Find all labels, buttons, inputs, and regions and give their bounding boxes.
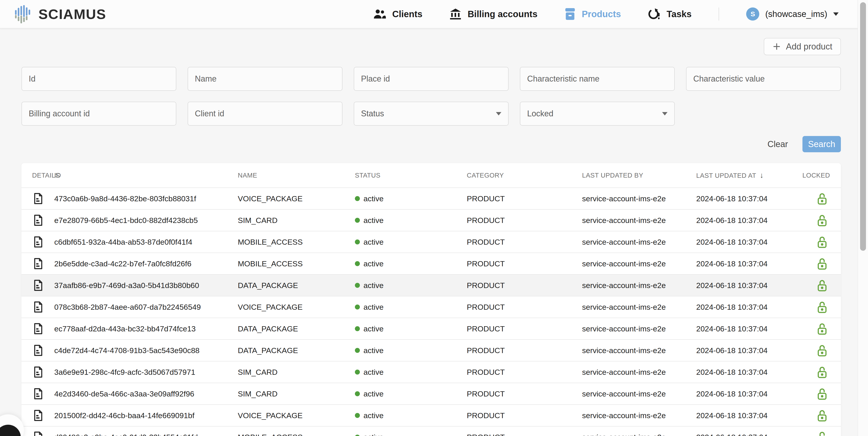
details-document-icon[interactable]: [33, 236, 42, 247]
cell-name: SIM_CARD: [238, 368, 355, 377]
details-document-icon[interactable]: [33, 301, 42, 313]
details-document-icon[interactable]: [33, 432, 42, 436]
cell-last-updated-at: 2024-06-18 10:37:04: [696, 368, 785, 377]
column-header-category: CATEGORY: [467, 172, 582, 179]
filter-locked-select[interactable]: Locked: [520, 102, 675, 126]
cell-category: PRODUCT: [467, 238, 582, 246]
cell-category: PRODUCT: [467, 390, 582, 398]
nav-item-products[interactable]: Products: [565, 8, 621, 20]
status-active-dot-icon: [355, 261, 360, 266]
details-document-icon[interactable]: [33, 366, 42, 378]
cell-name: VOICE_PACKAGE: [238, 194, 355, 203]
cell-name: VOICE_PACKAGE: [238, 411, 355, 420]
status-label: active: [364, 390, 383, 398]
cell-name: MOBILE_ACCESS: [238, 259, 355, 268]
nav-item-billing-accounts[interactable]: Billing accounts: [450, 8, 537, 20]
table-row[interactable]: c4de72d4-4c74-4708-91b3-5ac543e90c88 DAT…: [22, 339, 841, 361]
table-row[interactable]: 4e2d3460-de5a-466c-a3aa-3e09aff92f96 SIM…: [22, 383, 841, 404]
nav-label: Clients: [392, 9, 422, 19]
status-label: active: [364, 303, 383, 311]
lock-open-icon: [817, 236, 827, 248]
cell-id: d00486c3-a9ba-4ac0-91d9-33b4554c61fd: [54, 433, 238, 436]
search-button[interactable]: Search: [802, 136, 841, 152]
nav-item-tasks[interactable]: Tasks: [648, 8, 691, 20]
status-active-dot-icon: [355, 370, 360, 374]
table-body: 473c0a6b-9a8d-4436-82be-803fcb88031f VOI…: [22, 188, 841, 436]
details-document-icon[interactable]: [33, 410, 42, 421]
filter-billing-account-id-input[interactable]: [22, 102, 176, 126]
table-row[interactable]: 3a6e9e91-298c-4fc9-acfc-3d5067d57971 SIM…: [22, 361, 841, 383]
column-header-name: NAME: [238, 172, 355, 179]
select-label: Locked: [527, 109, 553, 119]
filter-characteristic-value-input[interactable]: [686, 67, 841, 91]
table-row[interactable]: ec778aaf-d2da-443a-bc32-bb47d74fce13 DAT…: [22, 317, 841, 339]
cell-category: PRODUCT: [467, 281, 582, 290]
lock-open-icon: [817, 322, 827, 335]
status-badge: active: [355, 216, 467, 225]
main-content: Add product StatusLocked Clear Search DE…: [22, 29, 841, 436]
cell-id: c4de72d4-4c74-4708-91b3-5ac543e90c88: [54, 346, 238, 355]
table-row[interactable]: 078c3b68-2b87-4aee-a607-da7b22456549 VOI…: [22, 296, 841, 317]
status-badge: active: [355, 346, 467, 355]
filter-characteristic-name-input[interactable]: [520, 67, 675, 91]
status-badge: active: [355, 259, 467, 268]
status-badge: active: [355, 325, 467, 333]
table-row[interactable]: 201500f2-dd42-46cb-baa4-14fe669091bf VOI…: [22, 404, 841, 426]
filter-place-id-input[interactable]: [354, 67, 508, 91]
details-document-icon[interactable]: [33, 193, 42, 204]
details-document-icon[interactable]: [33, 258, 42, 269]
table-row[interactable]: c6dbf651-932a-44ba-ab53-87de0f0f41f4 MOB…: [22, 231, 841, 253]
table-row[interactable]: d00486c3-a9ba-4ac0-91d9-33b4554c61fd MOB…: [22, 426, 841, 436]
lock-open-icon: [817, 366, 827, 378]
lock-open-icon: [817, 409, 827, 422]
details-document-icon[interactable]: [33, 323, 42, 334]
table-header-row: DETAILS ID NAME STATUS CATEGORY LAST UPD…: [22, 163, 841, 188]
filter-status-select[interactable]: Status: [354, 102, 508, 126]
status-badge: active: [355, 411, 467, 420]
table-row[interactable]: e7e28079-66b5-4ec1-bdc0-882df4238cb5 SIM…: [22, 209, 841, 231]
column-header-last-updated-at[interactable]: LAST UPDATED AT↓: [696, 171, 785, 179]
status-label: active: [364, 411, 383, 420]
table-row[interactable]: 37aafb86-e9b7-469d-a3a0-5b41d3b80b60 DAT…: [22, 274, 841, 296]
details-document-icon[interactable]: [33, 345, 42, 356]
status-badge: active: [355, 368, 467, 377]
brand: SCIAMUS: [13, 4, 106, 24]
cell-last-updated-at: 2024-06-18 10:37:04: [696, 346, 785, 355]
clear-button[interactable]: Clear: [767, 139, 788, 149]
sciamus-logo-icon: [13, 4, 33, 24]
details-document-icon[interactable]: [33, 388, 42, 399]
table-row[interactable]: 2b6e5dde-c3ad-4c22-b7ef-7a0fc8fd26f6 MOB…: [22, 253, 841, 274]
nav-item-clients[interactable]: Clients: [373, 9, 422, 19]
status-active-dot-icon: [355, 413, 360, 418]
filter-id-input[interactable]: [22, 67, 176, 91]
status-active-dot-icon: [355, 326, 360, 331]
scrollbar-thumb[interactable]: [860, 2, 866, 251]
select-label: Status: [361, 109, 384, 119]
filter-client-id-input[interactable]: [188, 102, 342, 126]
cell-last-updated-by: service-account-ims-e2e: [582, 194, 696, 203]
lock-open-icon: [817, 257, 827, 270]
filter-form: StatusLocked: [22, 67, 841, 126]
details-document-icon[interactable]: [33, 280, 42, 291]
clients-people-icon: [373, 9, 386, 19]
sort-desc-icon: ↓: [760, 171, 764, 179]
status-label: active: [364, 281, 383, 290]
cell-last-updated-by: service-account-ims-e2e: [582, 368, 696, 377]
column-header-label: LAST UPDATED AT: [696, 172, 756, 179]
add-product-button[interactable]: Add product: [764, 38, 841, 55]
user-menu[interactable]: S (showcase_ims): [746, 7, 839, 21]
table-row[interactable]: 473c0a6b-9a8d-4436-82be-803fcb88031f VOI…: [22, 188, 841, 209]
lock-open-icon: [817, 214, 827, 227]
tasks-sync-alert-icon: [648, 8, 660, 20]
lock-open-icon: [817, 344, 827, 357]
vertical-scrollbar: [858, 0, 868, 436]
cell-last-updated-by: service-account-ims-e2e: [582, 281, 696, 290]
status-label: active: [364, 194, 383, 203]
column-header-last-updated-by: LAST UPDATED BY: [582, 172, 696, 179]
details-document-icon[interactable]: [33, 214, 42, 226]
cell-last-updated-by: service-account-ims-e2e: [582, 216, 696, 225]
filter-name-input[interactable]: [188, 67, 342, 91]
cell-id: 201500f2-dd42-46cb-baa4-14fe669091bf: [54, 411, 238, 420]
status-active-dot-icon: [355, 239, 360, 244]
cell-last-updated-by: service-account-ims-e2e: [582, 390, 696, 398]
